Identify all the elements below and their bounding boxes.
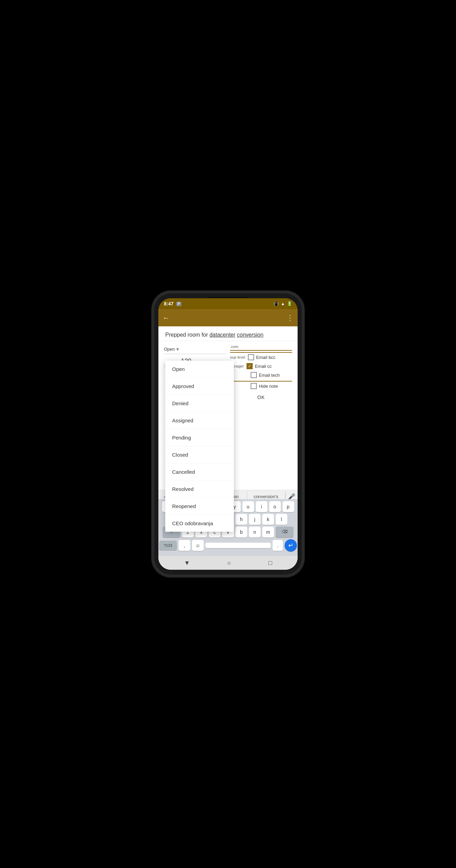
dropdown-item-reopened[interactable]: Reopened	[165, 498, 234, 515]
nav-bar: ▼ ○ □	[158, 556, 298, 570]
space-key[interactable]	[205, 543, 271, 548]
manager-row: nanager ✓ Email cc	[230, 363, 292, 369]
email-cc-checkbox[interactable]: ✓	[247, 363, 253, 369]
period-key[interactable]: .	[273, 540, 283, 551]
comma-key[interactable]: ,	[179, 540, 190, 551]
hide-note-checkbox[interactable]	[251, 383, 257, 389]
back-button[interactable]: ←	[163, 314, 169, 322]
key-m[interactable]: m	[262, 527, 274, 538]
delete-key[interactable]: ⌫	[276, 527, 293, 538]
status-dropdown-menu: Open Approved Denied Assigned Pending Cl…	[165, 361, 234, 532]
key-j[interactable]: j	[249, 514, 261, 525]
status-icons: 📳 ▲ 🔋	[274, 301, 292, 306]
divider-middle	[230, 381, 292, 382]
form-right: .com oup level Email bcc nanager ✓ Email…	[230, 345, 292, 403]
key-i[interactable]: i	[256, 501, 267, 512]
dropdown-item-assigned[interactable]: Assigned	[165, 412, 234, 429]
nav-home-icon[interactable]: ○	[227, 559, 231, 567]
dropdown-item-approved[interactable]: Approved	[165, 378, 234, 395]
key-l[interactable]: l	[276, 514, 287, 525]
app-bar: ← ⋮	[158, 309, 298, 326]
key-o[interactable]: o	[269, 501, 281, 512]
dialog-area: Prepped room for datacenter conversion O…	[158, 326, 298, 570]
hide-note-label: Hide note	[259, 384, 278, 389]
hide-note-row: Hide note	[230, 383, 292, 389]
dialog-title-underline1: datacenter	[209, 332, 236, 338]
group-level-label: oup level	[230, 355, 245, 359]
vibrate-icon: 📳	[274, 301, 279, 306]
status-bar: 8:47 P 📳 ▲ 🔋	[158, 298, 298, 309]
dialog-title-underline2: conversion	[237, 332, 263, 338]
nav-back-icon[interactable]: ▼	[184, 559, 190, 567]
email-suffix: .com	[230, 345, 238, 349]
dropdown-item-open[interactable]: Open	[165, 361, 234, 378]
ok-button[interactable]: OK	[230, 392, 292, 403]
emoji-key[interactable]: ☺	[192, 540, 204, 551]
battery-icon: 🔋	[287, 301, 292, 306]
numbers-key[interactable]: ?123	[159, 541, 177, 550]
email-bcc-checkbox[interactable]	[248, 354, 254, 360]
dropdown-item-closed[interactable]: Closed	[165, 446, 234, 463]
nav-recent-icon[interactable]: □	[268, 559, 272, 567]
enter-key[interactable]: ↵	[285, 539, 297, 552]
dropdown-item-denied[interactable]: Denied	[165, 395, 234, 412]
email-tech-label: Email tech	[259, 373, 280, 378]
dropdown-item-cancelled[interactable]: Cancelled	[165, 463, 234, 481]
key-k[interactable]: k	[262, 514, 274, 525]
more-menu-button[interactable]: ⋮	[287, 314, 293, 322]
group-level-row: oup level Email bcc	[230, 354, 292, 360]
status-dropdown[interactable]: Open ▾	[164, 345, 226, 354]
key-u[interactable]: u	[242, 501, 254, 512]
key-b[interactable]: b	[236, 527, 247, 538]
email-tech-row: Email tech	[230, 372, 292, 378]
key-n[interactable]: n	[249, 527, 261, 538]
dropdown-item-pending[interactable]: Pending	[165, 429, 234, 446]
keyboard-row4: ?123 , ☺ . ↵	[159, 539, 297, 552]
dialog-title: Prepped room for datacenter conversion	[158, 326, 298, 341]
dropdown-item-resolved[interactable]: Resolved	[165, 481, 234, 498]
email-bcc-label: Email bcc	[256, 355, 275, 360]
dropdown-arrow-icon: ▾	[176, 346, 179, 352]
dropdown-item-ceo[interactable]: CEO odobravanja	[165, 515, 234, 532]
email-tech-checkbox[interactable]	[251, 372, 257, 378]
parking-icon: P	[176, 302, 181, 306]
key-p[interactable]: p	[283, 501, 294, 512]
phone-screen: 8:47 P 📳 ▲ 🔋 ← ⋮ Prepped room for datace…	[158, 298, 298, 570]
email-cc-label: Email cc	[255, 364, 272, 369]
wifi-icon: ▲	[281, 301, 285, 306]
phone-frame: 8:47 P 📳 ▲ 🔋 ← ⋮ Prepped room for datace…	[154, 293, 302, 575]
dialog-title-plain: Prepped room for	[165, 332, 209, 338]
divider-top	[230, 352, 292, 353]
email-input-row: .com	[230, 345, 292, 351]
key-h[interactable]: h	[236, 514, 247, 525]
status-value: Open	[164, 347, 175, 352]
status-time: 8:47	[164, 301, 173, 306]
